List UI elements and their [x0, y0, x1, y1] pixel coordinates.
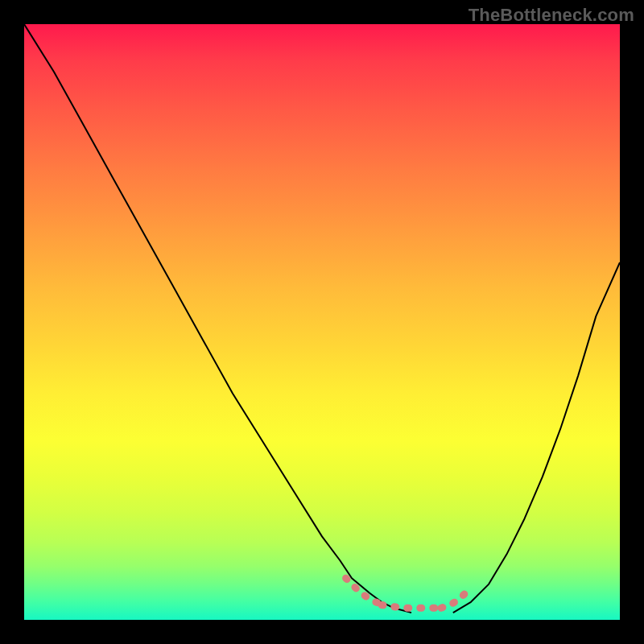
series-group [24, 24, 620, 613]
series-black-curve-right [453, 262, 620, 613]
series-black-curve-left [24, 24, 411, 613]
series-pink-left-end [346, 578, 382, 605]
curve-layer [24, 24, 620, 620]
watermark-text: TheBottleneck.com [469, 5, 634, 26]
chart-frame: TheBottleneck.com [0, 0, 644, 644]
plot-area [24, 24, 620, 620]
